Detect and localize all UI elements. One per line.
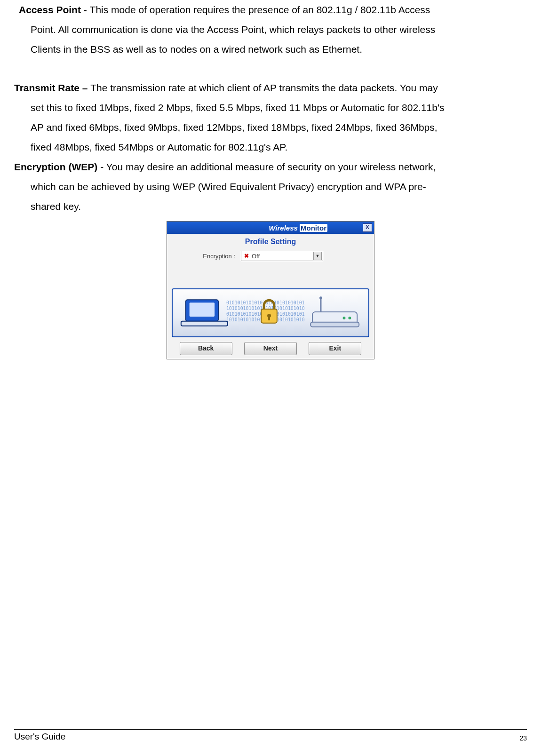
encryption-value: Off xyxy=(252,253,260,260)
text: Point. All communication is done via the… xyxy=(14,20,527,40)
paragraph-transmit-rate: Transmit Rate – The transmission rate at… xyxy=(14,78,527,157)
text: Clients in the BSS as well as to nodes o… xyxy=(14,40,527,59)
text: AP and fixed 6Mbps, fixed 9Mbps, fixed 1… xyxy=(14,118,527,137)
title-wireless: Wireless xyxy=(269,224,300,232)
dialog-subheader: Profile Setting xyxy=(167,238,374,246)
off-icon: ✖ xyxy=(244,253,249,259)
footer-guide-label: User's Guide xyxy=(14,732,65,742)
svg-point-13 xyxy=(319,296,322,299)
text: which can be achieved by using WEP (Wire… xyxy=(14,177,527,197)
term-transmit-rate: Transmit Rate – xyxy=(14,82,90,93)
text: fixed 48Mbps, fixed 54Mbps or Automatic … xyxy=(14,137,527,157)
wireless-monitor-dialog: Wireless Monitor X Profile Setting Encry… xyxy=(167,221,374,359)
svg-rect-9 xyxy=(268,316,270,320)
chevron-down-icon[interactable]: ▼ xyxy=(313,252,322,260)
svg-point-14 xyxy=(348,317,351,319)
paragraph-access-point: Access Point - This mode of operation re… xyxy=(14,0,527,59)
text: The transmission rate at which client of… xyxy=(90,82,438,93)
close-button[interactable]: X xyxy=(363,223,372,232)
svg-rect-5 xyxy=(190,302,215,317)
svg-rect-6 xyxy=(181,321,228,326)
text: This mode of operation requires the pres… xyxy=(90,4,430,15)
text: - You may desire an additional measure o… xyxy=(100,161,436,172)
exit-button[interactable]: Exit xyxy=(309,342,361,355)
svg-rect-11 xyxy=(310,322,359,327)
term-access-point: Access Point - xyxy=(19,4,90,15)
encryption-illustration-icon: 0101010101010101010101010101 10101010101… xyxy=(173,289,368,336)
next-button[interactable]: Next xyxy=(244,342,297,355)
text: shared key. xyxy=(14,197,527,216)
title-monitor: Monitor xyxy=(300,224,327,232)
text: set this to fixed 1Mbps, fixed 2 Mbps, f… xyxy=(14,98,527,118)
term-encryption-wep: Encryption (WEP) xyxy=(14,161,100,172)
back-button[interactable]: Back xyxy=(180,342,232,355)
encryption-select[interactable]: ✖ Off ▼ xyxy=(241,251,323,261)
paragraph-encryption: Encryption (WEP) - You may desire an add… xyxy=(14,157,527,216)
encryption-label: Encryption : xyxy=(195,253,235,260)
dialog-title: Wireless Monitor xyxy=(233,224,363,232)
svg-point-15 xyxy=(343,317,346,319)
footer-divider xyxy=(14,729,527,730)
dialog-titlebar: Wireless Monitor X xyxy=(167,222,374,234)
footer-page-number: 23 xyxy=(519,734,527,742)
page-footer: User's Guide 23 xyxy=(14,729,527,742)
illustration-panel: 0101010101010101010101010101 10101010101… xyxy=(172,288,369,337)
